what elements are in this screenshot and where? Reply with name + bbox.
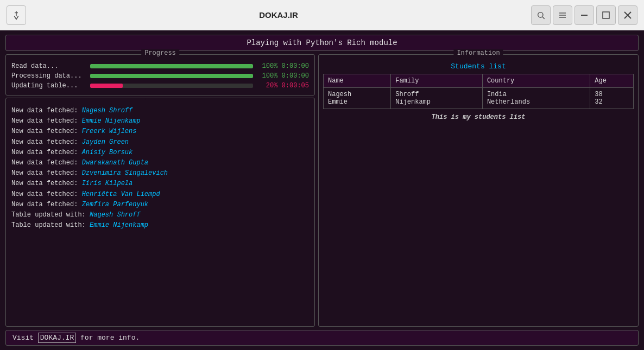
progress-label: Updating table...	[11, 82, 90, 90]
left-panel: Progress Read data... 100% 0:00:00 Proce…	[5, 54, 315, 327]
banner: Playing with Python's Rich module	[5, 35, 639, 51]
table-header: NameFamilyCountryAge	[324, 74, 634, 88]
titlebar: DOKAJ.IR	[0, 0, 644, 30]
status-line: New data fetched: Dzvenimira Singalevich	[11, 168, 309, 179]
status-line: New data fetched: Freerk Wijlens	[11, 126, 309, 137]
svg-rect-6	[603, 12, 609, 18]
status-line: Table updated with: Nagesh Shroff	[11, 210, 309, 220]
status-name: Nagesh Shroff	[82, 107, 133, 114]
status-prefix: New data fetched:	[11, 138, 82, 146]
information-panel: Information Students list NameFamilyCoun…	[318, 54, 639, 327]
progress-value: 100% 0:00:00	[257, 62, 309, 70]
table-cell: ShroffNijenkamp	[391, 88, 483, 109]
status-name: Dzvenimira Singalevich	[82, 169, 168, 177]
status-prefix: New data fetched:	[11, 128, 82, 135]
status-line: New data fetched: Jayden Green	[11, 137, 309, 148]
table-column-header: Name	[324, 74, 391, 88]
progress-bar-fill	[90, 64, 253, 68]
table-caption: This is my students list	[323, 113, 634, 121]
progress-row: Processing data... 100% 0:00:00	[11, 72, 309, 80]
progress-title: Progress	[141, 49, 179, 57]
progress-label: Processing data...	[11, 72, 90, 80]
progress-row: Read data... 100% 0:00:00	[11, 62, 309, 70]
search-button[interactable]	[531, 5, 551, 25]
status-name: Emmie Nijenkamp	[90, 221, 148, 229]
svg-rect-5	[581, 15, 588, 16]
pin-button[interactable]	[7, 5, 26, 25]
status-prefix: New data fetched:	[11, 169, 82, 177]
students-table: NameFamilyCountryAge NageshEmmieShroffNi…	[323, 74, 634, 109]
table-body: NageshEmmieShroffNijenkampIndiaNetherlan…	[324, 88, 634, 109]
footer-link[interactable]: DOKAJ.IR	[38, 333, 76, 343]
progress-panel: Progress Read data... 100% 0:00:00 Proce…	[5, 54, 315, 96]
progress-label: Read data...	[11, 62, 90, 70]
menu-button[interactable]	[553, 5, 572, 25]
information-title: Information	[453, 49, 503, 57]
status-line: Table updated with: Emmie Nijenkamp	[11, 220, 309, 231]
status-line: New data fetched: Emmie Nijenkamp	[11, 116, 309, 126]
progress-bar-fill	[90, 74, 253, 78]
status-prefix: New data fetched:	[11, 159, 82, 167]
status-line: New data fetched: Iiris Kilpela	[11, 179, 309, 189]
status-name: Anisiy Borsuk	[82, 149, 133, 156]
table-column-header: Age	[590, 74, 634, 88]
status-line: New data fetched: Nagesh Shroff	[11, 106, 309, 116]
students-title: Students list	[323, 62, 634, 71]
status-line: New data fetched: Anisiy Borsuk	[11, 148, 309, 158]
status-prefix: New data fetched:	[11, 117, 82, 125]
close-button[interactable]	[618, 5, 637, 25]
progress-bar-container	[90, 84, 253, 88]
status-line: New data fetched: Zemfira Parfenyuk	[11, 200, 309, 210]
progress-rows: Read data... 100% 0:00:00 Processing dat…	[11, 62, 309, 90]
status-name: Jayden Green	[82, 138, 129, 146]
titlebar-left	[7, 5, 26, 25]
middle-row: Progress Read data... 100% 0:00:00 Proce…	[5, 54, 639, 327]
status-prefix: Table updated with:	[11, 211, 90, 219]
progress-value: 20% 0:00:05	[257, 82, 309, 90]
progress-bar-container	[90, 74, 253, 78]
svg-line-1	[542, 17, 545, 19]
table-cell: IndiaNetherlands	[482, 88, 590, 109]
status-line: New data fetched: Henriëtta Van Liempd	[11, 189, 309, 200]
main-content: Playing with Python's Rich module Progre…	[0, 30, 644, 350]
footer-text-before: Visit	[12, 334, 38, 342]
status-prefix: New data fetched:	[11, 180, 82, 187]
progress-bar-fill	[90, 84, 123, 88]
status-name: Nagesh Shroff	[90, 211, 141, 219]
status-prefix: New data fetched:	[11, 107, 82, 114]
table-cell: 3832	[590, 88, 634, 109]
status-title: Status	[145, 98, 175, 100]
table-column-header: Family	[391, 74, 483, 88]
status-panel: Status New data fetched: Nagesh ShroffNe…	[5, 98, 315, 327]
svg-point-0	[538, 12, 543, 17]
status-name: Henriëtta Van Liempd	[82, 190, 160, 198]
status-lines: New data fetched: Nagesh ShroffNew data …	[11, 106, 309, 231]
progress-row: Updating table... 20% 0:00:05	[11, 82, 309, 90]
footer-text-after: for more info.	[76, 334, 140, 342]
table-column-header: Country	[482, 74, 590, 88]
maximize-button[interactable]	[596, 5, 616, 25]
status-prefix: New data fetched:	[11, 190, 82, 198]
footer: Visit DOKAJ.IR for more info.	[5, 330, 639, 346]
status-name: Emmie Nijenkamp	[82, 117, 141, 125]
table-cell: NageshEmmie	[324, 88, 391, 109]
table-row: NageshEmmieShroffNijenkampIndiaNetherlan…	[324, 88, 634, 109]
status-name: Freerk Wijlens	[82, 128, 137, 135]
status-name: Iiris Kilpela	[82, 180, 133, 187]
status-name: Zemfira Parfenyuk	[82, 201, 148, 208]
progress-bar-container	[90, 64, 253, 68]
status-prefix: New data fetched:	[11, 149, 82, 156]
progress-value: 100% 0:00:00	[257, 72, 309, 80]
status-prefix: Table updated with:	[11, 221, 90, 229]
status-name: Dwarakanath Gupta	[82, 159, 148, 167]
table-header-row: NameFamilyCountryAge	[324, 74, 634, 88]
banner-text: Playing with Python's Rich module	[247, 39, 397, 47]
minimize-button[interactable]	[574, 5, 594, 25]
status-line: New data fetched: Dwarakanath Gupta	[11, 158, 309, 168]
titlebar-title: DOKAJ.IR	[259, 10, 298, 20]
titlebar-controls	[531, 5, 637, 25]
status-prefix: New data fetched:	[11, 201, 82, 208]
